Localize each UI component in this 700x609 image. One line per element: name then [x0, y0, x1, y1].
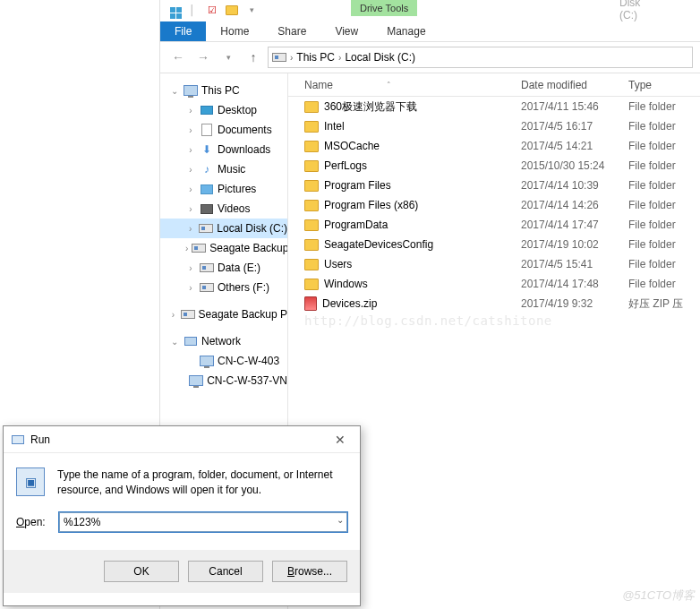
tree-item[interactable]: › Local Disk (C:)	[160, 219, 287, 238]
pc-icon	[184, 83, 198, 98]
pc-icon	[189, 373, 203, 388]
qat-properties-icon[interactable]: ☑	[205, 3, 219, 17]
file-date: 2017/4/14 17:48	[521, 278, 628, 290]
tree-item[interactable]: › Videos	[160, 199, 287, 219]
file-row[interactable]: Intel 2017/4/5 16:17 File folder	[288, 116, 700, 136]
chevron-right-icon[interactable]: ›	[337, 53, 343, 63]
nav-recent-icon[interactable]: ▾	[218, 47, 239, 68]
tree-label: Local Disk (C:)	[217, 222, 287, 235]
tree-item[interactable]: › Pictures	[160, 179, 287, 199]
expand-icon[interactable]: ›	[185, 184, 196, 194]
folder-icon	[304, 101, 319, 113]
file-row[interactable]: Devices.zip 2017/4/19 9:32 好压 ZIP 压	[288, 294, 700, 313]
tree-item[interactable]: › Documents	[160, 120, 287, 140]
qat-dropdown-icon[interactable]: ▾	[244, 3, 259, 17]
expand-icon[interactable]: ›	[185, 283, 196, 293]
tree-computer[interactable]: CN-C-W-403	[160, 351, 287, 371]
dropdown-icon[interactable]: ⌄	[337, 515, 344, 525]
expand-icon[interactable]: ›	[185, 165, 196, 175]
tab-home[interactable]: Home	[206, 21, 263, 41]
tab-file[interactable]: File	[160, 21, 206, 41]
expand-icon[interactable]: ›	[185, 244, 188, 253]
collapse-icon[interactable]: ⌄	[169, 337, 180, 347]
file-type: File folder	[628, 120, 700, 133]
file-row[interactable]: Program Files 2017/4/14 10:39 File folde…	[288, 176, 700, 195]
file-row[interactable]: 360极速浏览器下载 2017/4/11 15:46 File folder	[288, 97, 700, 116]
tree-label: CN-C-W-537-VN	[207, 374, 287, 387]
tree-item[interactable]: › Desktop	[160, 100, 287, 120]
breadcrumb-drive-icon	[272, 50, 286, 64]
breadcrumb-root[interactable]: This PC	[296, 51, 335, 64]
tree-label: Seagate Backup P	[199, 308, 287, 321]
tree-item[interactable]: › ⬇ Downloads	[160, 140, 287, 159]
chevron-right-icon[interactable]: ›	[288, 53, 295, 63]
qat-app-icon[interactable]	[166, 3, 180, 17]
tree-label: Others (F:)	[218, 281, 269, 294]
file-row[interactable]: PerfLogs 2015/10/30 15:24 File folder	[288, 156, 700, 176]
nav-back-icon[interactable]: ←	[167, 47, 189, 68]
file-type: File folder	[628, 278, 700, 290]
file-row[interactable]: ProgramData 2017/4/14 17:47 File folder	[288, 215, 700, 235]
tree-item[interactable]: › Others (F:)	[160, 278, 287, 297]
file-date: 2017/4/11 15:46	[521, 100, 628, 113]
open-input[interactable]	[59, 512, 347, 532]
tree-computer[interactable]: CN-C-W-537-VN	[160, 371, 287, 390]
column-type[interactable]: Type	[628, 79, 700, 91]
folder-icon	[304, 279, 319, 290]
file-name: Program Files	[324, 179, 391, 192]
cancel-button[interactable]: Cancel	[188, 561, 263, 582]
file-date: 2017/4/14 10:39	[521, 179, 628, 192]
tree-item[interactable]: › Seagate Backup	[160, 238, 287, 258]
expand-icon[interactable]: ›	[185, 224, 195, 234]
column-date[interactable]: Date modified	[521, 79, 628, 91]
disk-icon	[200, 280, 214, 295]
file-name: ProgramData	[324, 219, 388, 231]
file-row[interactable]: Program Files (x86) 2017/4/14 14:26 File…	[288, 195, 700, 215]
tab-share[interactable]: Share	[263, 21, 320, 41]
file-date: 2017/4/19 9:32	[521, 297, 628, 310]
tree-seagate[interactable]: › Seagate Backup P	[160, 304, 287, 324]
tab-manage[interactable]: Manage	[372, 21, 440, 41]
disk-icon	[192, 241, 206, 255]
file-type: File folder	[628, 140, 700, 152]
browse-button[interactable]: Browse...	[272, 561, 347, 582]
folder-icon	[304, 200, 319, 211]
expand-icon[interactable]: ›	[185, 263, 196, 273]
column-name[interactable]: Name ˄	[288, 79, 521, 91]
tree-label: Music	[218, 163, 245, 176]
breadcrumb[interactable]: › This PC › Local Disk (C:)	[268, 47, 693, 68]
expand-icon[interactable]: ›	[185, 106, 196, 116]
expand-icon[interactable]: ›	[185, 204, 196, 214]
tree-label: Network	[201, 335, 241, 347]
qat-newfolder-icon[interactable]	[225, 3, 239, 17]
run-titlebar[interactable]: Run ✕	[4, 426, 360, 453]
open-combobox[interactable]: ⌄	[59, 512, 347, 532]
tree-label: Documents	[218, 124, 272, 136]
tree-label: Pictures	[218, 183, 256, 195]
file-date: 2017/4/5 16:17	[521, 120, 628, 133]
file-date: 2017/4/19 10:02	[521, 238, 628, 251]
file-row[interactable]: Windows 2017/4/14 17:48 File folder	[288, 274, 700, 294]
breadcrumb-current[interactable]: Local Disk (C:)	[345, 51, 415, 64]
tree-this-pc[interactable]: ⌄ This PC	[160, 81, 287, 100]
file-row[interactable]: Users 2017/4/5 15:41 File folder	[288, 254, 700, 274]
tree-item[interactable]: › ♪ Music	[160, 159, 287, 179]
nav-up-icon[interactable]: ↑	[243, 47, 264, 68]
expand-icon[interactable]: ›	[185, 125, 196, 135]
file-name: Windows	[324, 278, 368, 290]
expand-icon[interactable]: ›	[169, 310, 177, 320]
file-row[interactable]: SeagateDevicesConfig 2017/4/19 10:02 Fil…	[288, 235, 700, 254]
nav-forward-icon[interactable]: →	[192, 47, 214, 68]
tab-view[interactable]: View	[320, 21, 372, 41]
tree-item[interactable]: › Data (E:)	[160, 258, 287, 278]
ok-button[interactable]: OK	[104, 561, 179, 582]
file-row[interactable]: MSOCache 2017/4/5 14:21 File folder	[288, 136, 700, 156]
close-icon[interactable]: ✕	[328, 433, 353, 447]
run-dialog: Run ✕ ▣ Type the name of a program, fold…	[3, 425, 361, 606]
tree-network[interactable]: ⌄ Network	[160, 331, 287, 351]
expand-icon[interactable]: ›	[185, 145, 196, 155]
documents-icon	[200, 123, 214, 137]
file-type: File folder	[628, 219, 700, 231]
collapse-icon[interactable]: ⌄	[169, 86, 180, 96]
videos-icon	[200, 202, 214, 216]
